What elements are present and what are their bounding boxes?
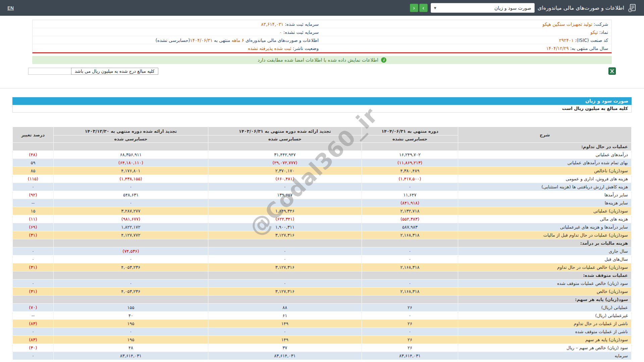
chevron-right-icon: › <box>422 5 424 11</box>
row-value: ۴,۱۲۷,۷۷۲ <box>53 231 208 239</box>
row-change: ۰ <box>13 247 54 255</box>
excel-icon <box>608 67 616 75</box>
row-label: عملیات متوقف شده: <box>458 272 632 280</box>
row-change: (۹۲) <box>13 191 54 199</box>
row-value: ۲,۱۶۸,۳۱۸ <box>362 263 458 272</box>
row-value: ۵۴۸,۶۳۱ <box>53 191 208 199</box>
table-row: ناشی از عملیات متوقف شده۰۰۰۰ <box>13 328 632 336</box>
table-row: سال جاری۰۰(۷۴,۵۳۶)۰ <box>13 247 632 255</box>
table-row: سود(زیان) خالص۲,۱۶۸,۳۱۸۳,۱۲۷,۳۱۶۴,۰۵۳,۲۳… <box>13 288 632 296</box>
row-value: (۷۴,۵۳۶) <box>53 247 208 255</box>
empty-cell <box>13 239 54 247</box>
statement-title-bar: صورت سود و زیان <box>12 97 632 105</box>
empty-cell <box>362 239 458 247</box>
table-row: سایر درآمدها۱۱,۶۴۷۱۳۹,۶۵۷۵۴۸,۶۳۱(۹۲) <box>13 191 632 199</box>
row-change: (۸۳) <box>13 320 54 328</box>
row-label: درآمدهای عملیاتی <box>458 151 632 159</box>
row-label: ناشی از عملیات متوقف شده <box>458 328 632 336</box>
row-change: (۳۰) <box>13 344 54 352</box>
table-row: هزینه های فروش، اداری و عمومی(۱,۴۱۷,۵۰۰)… <box>13 175 632 183</box>
info-label: سرمایه ثبت شده: <box>285 21 319 27</box>
empty-cell <box>208 239 362 247</box>
info-value: ۸۳,۶۱۴,۰۳۱ <box>261 21 283 27</box>
section-row: عملیات متوقف شده: <box>13 272 632 280</box>
row-value: ۲,۱۶۸,۳۱۸ <box>362 288 458 296</box>
row-value: ۱۹۵ <box>53 336 208 344</box>
company-info-panel: شرکت: تولید تجهیزات سنگین هپکوسرمایه ثبت… <box>32 20 612 53</box>
row-value: ۳۷ <box>208 344 362 352</box>
row-value: ۰ <box>362 183 458 191</box>
unit-note-label: کلیه مبالغ درج شده به میلیون ریال می باش… <box>71 68 158 75</box>
row-value: ۱۴۹ <box>208 336 362 344</box>
column-header-description: شرح <box>458 127 632 143</box>
row-value: ۴۰ <box>53 312 208 320</box>
row-label: سود(زیان) ناخالص <box>458 167 632 175</box>
row-value: ۸۳,۶۱۴,۰۳۱ <box>208 352 362 360</box>
table-row: سایر درآمدها و هزینه های غیرعملیاتی۵۸۷,۹… <box>13 223 632 231</box>
row-value: ۰ <box>53 328 208 336</box>
info-text: ۶ ماهه <box>231 38 244 43</box>
audit-status-year: حسابرسی شده <box>53 135 208 143</box>
row-value: (۱۱,۸۶۹,۲۱۳) <box>362 159 458 167</box>
section-row: هزینه مالیات بر درآمد: <box>13 239 632 247</box>
excel-export-button[interactable] <box>608 67 616 75</box>
column-header-percent-change: درصد تغییر <box>13 127 54 143</box>
page-title: اطلاعات و صورت‌های مالی میاندوره‌ای <box>538 5 624 11</box>
row-change: ۰ <box>13 352 54 360</box>
row-value: ۸۸ <box>208 304 362 312</box>
row-value: ۱,۹۰۰,۳۱۱ <box>208 223 362 231</box>
row-label: عملیات در حال تداوم: <box>458 143 632 151</box>
row-value: (۹۸۱,۶۷۷) <box>53 215 208 223</box>
row-change: (۸۳) <box>13 336 54 344</box>
row-label: ناشی از عملیات در حال تداوم <box>458 320 632 328</box>
company-info-row: سال مالی منتهی به: ۱۴۰۴/۱۲/۲۹وضعیت ناشر:… <box>33 44 611 52</box>
row-label: سود(زیان) خالص عملیات در حال تداوم <box>458 263 632 272</box>
row-value: (۵۵۲,۳۸۳) <box>362 215 458 223</box>
row-change: (۴۸) <box>13 151 54 159</box>
unit-note-spacer <box>28 68 71 75</box>
row-label: بهای تمام شده درآمدهای عملیاتی <box>458 159 632 167</box>
row-value: ۲۶ <box>362 320 458 328</box>
row-value: ۰ <box>208 183 362 191</box>
info-text: ۱۴۰۴/۰۶/۳۱ <box>190 38 213 43</box>
table-row: سود (زیان) خالص عملیات متوقف شده۰۰۰۰ <box>13 280 632 288</box>
info-label: نماد: <box>599 29 608 35</box>
info-text: اطلاعات و صورت‌های مالی میاندوره‌ای <box>244 38 319 43</box>
row-label: هزینه مالیات بر درآمد: <box>458 239 632 247</box>
row-value: ۱۶,۲۴۹,۷۰۲ <box>362 151 458 159</box>
row-value: (۶۶۰,۴۸۱) <box>208 175 362 183</box>
row-label: سود(زیان) پایه هر سهم: <box>458 296 632 304</box>
row-value: ۴,۰۵۳,۲۳۶ <box>53 288 208 296</box>
nav-forward-button[interactable]: › <box>419 4 428 12</box>
info-value: ۰ <box>279 29 282 35</box>
row-change: ۰ <box>13 328 54 336</box>
info-label: سرمایه ثبت نشده: <box>283 29 319 35</box>
row-value: ۱۱,۶۴۷ <box>362 191 458 199</box>
row-value: ۰ <box>208 280 362 288</box>
row-value: ۳,۱۲۷,۳۱۶ <box>208 231 362 239</box>
row-value: ۱۵۵ <box>53 304 208 312</box>
row-value: ۵۸۷,۹۸۳ <box>362 223 458 231</box>
row-value: ۴۸ <box>53 344 208 352</box>
report-type-select[interactable]: صورت سود و زیان ▼ <box>431 3 535 13</box>
info-right-cell: نماد: تپکو <box>322 29 611 36</box>
nav-back-button[interactable]: ‹ <box>410 4 418 12</box>
row-value: ۶۸,۳۵۶,۹۱۱ <box>53 151 208 159</box>
statement-table-body: عملیات در حال تداوم:درآمدهای عملیاتی۱۶,۲… <box>13 143 632 360</box>
row-value: ۰ <box>208 247 362 255</box>
row-change: (۶۹) <box>13 223 54 231</box>
table-row: عملیاتی (ریال)۲۶۸۸۱۵۵(۷۰) <box>13 304 632 312</box>
row-value: ۶۱ <box>208 312 362 320</box>
row-value: ۱۹۵ <box>53 320 208 328</box>
unit-note-box[interactable]: کلیه مبالغ درج شده به میلیون ریال می باش… <box>28 68 158 75</box>
amounts-unit-note: کلیه مبالغ به میلیون ریال است <box>12 105 632 113</box>
row-value: ۴,۳۸۰,۴۸۹ <box>362 167 458 175</box>
column-header-current-period: دوره منتهی به ۱۴۰۴/۰۶/۳۱ <box>362 127 458 135</box>
company-info-row: نماد: تپکوسرمایه ثبت نشده: ۰ <box>33 28 611 36</box>
row-change: (۱۱) <box>13 215 54 223</box>
row-label: سود (زیان) خالص عملیات متوقف شده <box>458 280 632 288</box>
row-value: ۰ <box>362 312 458 320</box>
info-text: منتهی به <box>213 38 232 43</box>
row-value: ۴,۰۵۳,۲۳۶ <box>53 263 208 272</box>
language-toggle-en[interactable]: EN <box>7 5 14 11</box>
